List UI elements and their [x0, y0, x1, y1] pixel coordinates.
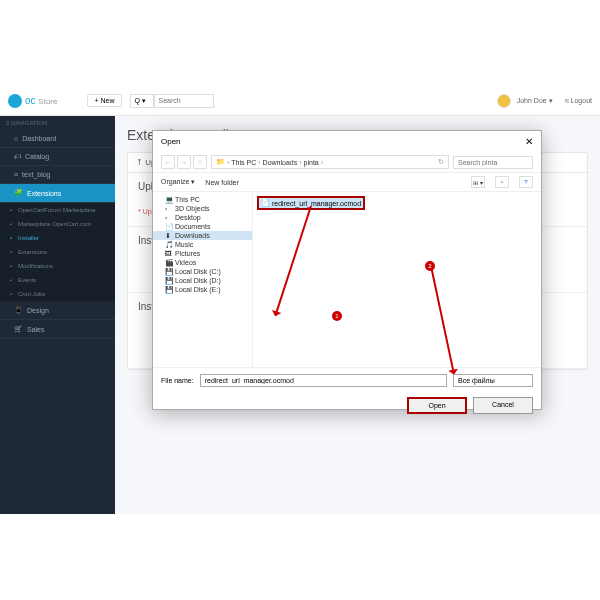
open-button[interactable]: Open — [407, 397, 467, 414]
device-icon: 📱 — [14, 306, 23, 314]
dashboard-icon: ⌂ — [14, 135, 18, 142]
puzzle-icon: 🧩 — [14, 189, 23, 197]
nav-forward-button[interactable]: → — [177, 155, 191, 169]
subitem-ocforum[interactable]: OpenCartForum Marketplace — [0, 203, 115, 217]
search-scope-select[interactable]: Q ▾ — [130, 94, 154, 108]
filename-input[interactable] — [200, 374, 447, 387]
organize-menu[interactable]: Organize ▾ — [161, 178, 195, 186]
brand-logo[interactable]: oc Store — [8, 94, 57, 108]
close-icon[interactable]: ✕ — [525, 136, 533, 147]
subitem-modifications[interactable]: Modifications — [0, 259, 115, 273]
view-mode-button[interactable]: ⊞ ▾ — [471, 176, 485, 188]
top-bar: oc Store + New Q ▾ John Doe ▾ ⎋ Logout — [0, 86, 600, 116]
tree-disk-e[interactable]: 💾Local Disk (E:) — [153, 285, 252, 294]
tree-disk-c[interactable]: 💾Local Disk (C:) — [153, 267, 252, 276]
refresh-icon[interactable]: ↻ — [438, 158, 444, 166]
filename-label: File name: — [161, 377, 194, 384]
help-button[interactable]: ? — [519, 176, 533, 188]
subitem-cron[interactable]: Cron Jobs — [0, 287, 115, 301]
new-button[interactable]: + New — [87, 94, 121, 107]
tree-videos[interactable]: 🎬Videos — [153, 258, 252, 267]
subitem-installer[interactable]: Installer — [0, 231, 115, 245]
subitem-events[interactable]: Events — [0, 273, 115, 287]
annotation-marker-2: 2 — [425, 261, 435, 271]
folder-icon: 📁 — [216, 158, 225, 166]
sidebar-item-extensions[interactable]: 🧩Extensions — [0, 184, 115, 203]
subitem-extensions[interactable]: Extensions — [0, 245, 115, 259]
search-group: Q ▾ — [130, 94, 214, 108]
logo-icon — [8, 94, 22, 108]
nav-up-button[interactable]: ↑ — [193, 155, 207, 169]
sidebar: ≡ NAVIGATION ⌂Dashboard 🏷Catalog ≡text_b… — [0, 116, 115, 514]
sidebar-item-catalog[interactable]: 🏷Catalog — [0, 148, 115, 166]
tree-3d[interactable]: ▫3D Objects — [153, 204, 252, 213]
filetype-select[interactable]: Все файлы — [453, 374, 533, 387]
nav-heading: ≡ NAVIGATION — [0, 116, 115, 130]
list-icon: ≡ — [14, 171, 18, 178]
sidebar-item-sales[interactable]: 🛒Sales — [0, 320, 115, 339]
tree-downloads[interactable]: ⬇Downloads — [153, 231, 252, 240]
logout-link[interactable]: ⎋ Logout — [565, 97, 592, 104]
cancel-button[interactable]: Cancel — [473, 397, 533, 414]
dialog-search-input[interactable] — [453, 156, 533, 169]
folder-tree: 💻This PC ▫3D Objects ▫Desktop 📄Documents… — [153, 192, 253, 367]
tree-documents[interactable]: 📄Documents — [153, 222, 252, 231]
dialog-title: Open — [161, 137, 181, 146]
search-input[interactable] — [154, 94, 214, 108]
tree-pictures[interactable]: 🖼Pictures — [153, 249, 252, 258]
tag-icon: 🏷 — [14, 153, 21, 160]
path-bar[interactable]: 📁 › This PC › Downloads › pinta › ↻ — [211, 155, 449, 169]
newfolder-button[interactable]: New folder — [205, 179, 238, 186]
sidebar-item-design[interactable]: 📱Design — [0, 301, 115, 320]
tree-disk-d[interactable]: 💾Local Disk (D:) — [153, 276, 252, 285]
upload-label: * Upl — [138, 208, 153, 215]
subitem-marketplace[interactable]: Marketplace OpenCart.com — [0, 217, 115, 231]
nav-back-button[interactable]: ← — [161, 155, 175, 169]
cart-icon: 🛒 — [14, 325, 23, 333]
file-list[interactable]: 📄 redirect_url_manager.ocmod — [253, 192, 541, 367]
file-open-dialog: Open ✕ ← → ↑ 📁 › This PC › Downloads › p… — [152, 130, 542, 410]
tree-desktop[interactable]: ▫Desktop — [153, 213, 252, 222]
sidebar-item-textblog[interactable]: ≡text_blog — [0, 166, 115, 184]
annotation-marker-1: 1 — [332, 311, 342, 321]
file-icon: 📄 — [261, 199, 270, 207]
user-menu[interactable]: John Doe ▾ — [517, 97, 553, 105]
preview-button[interactable]: ▫ — [495, 176, 509, 188]
avatar[interactable] — [497, 94, 511, 108]
tree-music[interactable]: 🎵Music — [153, 240, 252, 249]
tree-this-pc[interactable]: 💻This PC — [153, 195, 252, 204]
sidebar-item-dashboard[interactable]: ⌂Dashboard — [0, 130, 115, 148]
